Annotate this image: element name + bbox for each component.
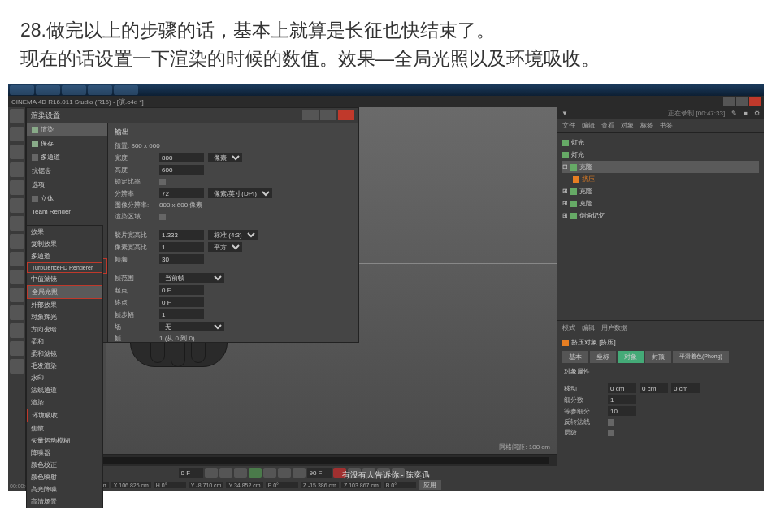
render-cat-stereo[interactable]: 立体 [27, 192, 107, 205]
start-input[interactable] [159, 285, 204, 295]
pixel-ratio-input[interactable] [159, 242, 204, 252]
film-preset-select[interactable]: 标准 (4:3) [208, 230, 258, 240]
tool-icon[interactable] [10, 216, 24, 231]
effects-menu-item[interactable]: 复制效果 [27, 238, 102, 250]
taskbar-item[interactable] [36, 85, 60, 95]
lock-ratio-checkbox[interactable] [159, 179, 166, 185]
tool-icon[interactable] [10, 180, 24, 195]
goto-start-button[interactable] [205, 468, 218, 478]
attr-iso-input[interactable] [608, 406, 636, 416]
taskbar-item[interactable] [114, 85, 138, 95]
frame-end-input[interactable] [307, 468, 332, 478]
tree-item-light[interactable]: 灯光 [562, 136, 759, 149]
effects-menu-item[interactable]: 外部效果 [27, 299, 102, 311]
tab-object[interactable]: 对象 [621, 121, 634, 130]
effects-menu-item[interactable]: 矢量运动模糊 [27, 435, 102, 447]
effects-menu-ambient-occlusion[interactable]: 环境吸收 [27, 409, 102, 422]
attr-tab-coord[interactable]: 坐标 [590, 351, 616, 363]
render-cat-options[interactable]: 选项 [27, 178, 107, 192]
tab-bookmark[interactable]: 书签 [660, 121, 673, 130]
step-input[interactable] [159, 309, 204, 319]
timeline[interactable]: 0 [26, 455, 557, 466]
tree-item-clone[interactable]: ⊞克隆 [562, 197, 759, 210]
tool-icon[interactable] [10, 162, 24, 177]
settings-icon[interactable]: ⚙ [754, 110, 760, 117]
tree-item-clone[interactable]: ⊟克隆 [562, 161, 759, 173]
dialog-close[interactable] [338, 110, 354, 120]
tab-tag[interactable]: 标签 [640, 121, 653, 130]
effects-menu-item[interactable]: 颜色映射 [27, 471, 102, 483]
render-cat-output[interactable]: 渲染 [27, 123, 107, 136]
tree-item-clone[interactable]: ⊞克隆 [562, 185, 759, 197]
effects-menu-item[interactable]: 渲染 [27, 396, 102, 409]
prev-key-button[interactable] [219, 468, 232, 478]
dialog-minimize[interactable] [302, 110, 319, 120]
tree-item-extrude[interactable]: 挤压 [562, 173, 759, 185]
coord-sz[interactable]: Z 103.867 cm [341, 482, 381, 488]
effects-menu-item[interactable]: TurbulenceFD Renderer [27, 262, 102, 273]
effects-menu-item[interactable]: 多通道 [27, 250, 102, 262]
effects-menu-item[interactable]: 法线通道 [27, 384, 102, 396]
tool-icon[interactable] [10, 234, 24, 249]
next-frame-button[interactable] [263, 468, 276, 478]
play-button[interactable] [249, 468, 262, 478]
next-key-button[interactable] [278, 468, 291, 478]
tool-icon[interactable] [10, 359, 24, 374]
effects-menu-global-illumination[interactable]: 全局光照 [27, 285, 102, 299]
field-select[interactable]: 无 [159, 322, 224, 331]
tool-icon[interactable] [10, 145, 24, 159]
effects-menu-item[interactable]: 降噪器 [27, 447, 102, 459]
effects-menu-item[interactable]: 中值滤镜 [27, 273, 102, 285]
goto-end-button[interactable] [293, 468, 306, 478]
effects-menu-item[interactable]: 高光降噪 [27, 483, 102, 495]
stop-icon[interactable]: ■ [744, 110, 748, 117]
range-select[interactable]: 当前帧 [159, 273, 224, 283]
attr-flip-checkbox[interactable] [608, 419, 614, 426]
effects-menu-item[interactable]: 水印 [27, 372, 102, 384]
effects-menu-item[interactable]: 颜色校正 [27, 459, 102, 471]
tab-view[interactable]: 查看 [601, 121, 614, 130]
film-ratio-input[interactable] [159, 230, 204, 240]
tool-icon[interactable] [10, 127, 24, 141]
effects-menu-item[interactable]: 柔和 [27, 335, 102, 348]
resolution-input[interactable] [159, 188, 204, 198]
effects-menu-item[interactable]: 焦散 [27, 422, 102, 435]
attr-move-z[interactable] [671, 383, 700, 393]
coord-b[interactable]: B 0° [384, 482, 416, 488]
prev-frame-button[interactable] [234, 468, 247, 478]
attr-tab-phong[interactable]: 平滑着色(Phong) [673, 351, 729, 363]
effects-menu-item[interactable]: 柔和滤镜 [27, 348, 102, 360]
timeline-track[interactable] [37, 457, 549, 464]
tree-item-light[interactable]: 灯光 [562, 149, 759, 161]
edit-icon[interactable]: ✎ [731, 110, 737, 117]
tool-icon[interactable] [10, 198, 24, 213]
taskbar-item[interactable] [62, 85, 86, 95]
attr-hier-checkbox[interactable] [608, 430, 614, 436]
effects-menu-item[interactable]: 毛发渲染 [27, 360, 102, 372]
dialog-maximize[interactable] [320, 110, 336, 120]
tool-icon[interactable] [10, 323, 24, 338]
render-area-checkbox[interactable] [159, 214, 166, 220]
attr-tab-object[interactable]: 对象 [618, 351, 644, 363]
tab-edit[interactable]: 编辑 [582, 121, 595, 130]
render-cat-multipass[interactable]: 多通道 [27, 150, 107, 164]
minimize-button[interactable] [723, 97, 735, 106]
tool-icon[interactable] [10, 270, 24, 284]
taskbar-item[interactable] [88, 85, 112, 95]
width-input[interactable] [159, 153, 204, 162]
coord-p[interactable]: P 0° [266, 482, 298, 488]
attr-subdiv-input[interactable] [608, 395, 636, 404]
render-cat-save[interactable]: 保存 [27, 136, 107, 150]
tool-icon[interactable] [10, 305, 24, 320]
attr-move-y[interactable] [640, 383, 668, 393]
render-cat-aa[interactable]: 抗锯齿 [27, 164, 107, 178]
coord-sx[interactable]: X 106.825 cm [111, 482, 151, 488]
tool-icon[interactable] [10, 109, 24, 123]
attr-tab-cap[interactable]: 封顶 [645, 351, 671, 363]
frame-start-input[interactable] [179, 468, 203, 478]
tab-userdata[interactable]: 用户数据 [601, 323, 627, 332]
effects-menu-item[interactable]: 高清场景 [27, 495, 102, 508]
tool-icon[interactable] [10, 252, 24, 266]
attr-tab-basic[interactable]: 基本 [562, 351, 588, 363]
apply-button[interactable]: 应用 [419, 480, 441, 490]
